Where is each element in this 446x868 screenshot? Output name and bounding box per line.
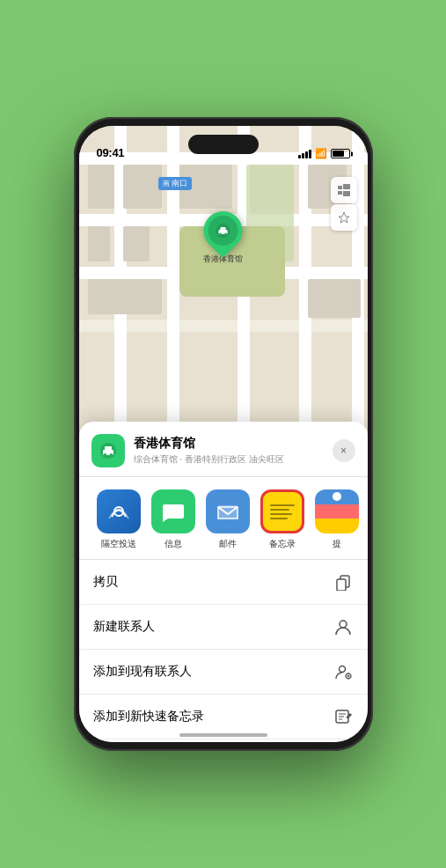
action-copy[interactable]: 拷贝	[79, 560, 368, 605]
close-button[interactable]: ×	[333, 439, 355, 462]
svg-rect-11	[105, 446, 112, 451]
wifi-icon: 📶	[315, 148, 327, 159]
share-item-more[interactable]: 提	[310, 489, 364, 550]
mail-icon	[206, 489, 250, 533]
svg-rect-0	[338, 186, 342, 189]
phone-frame: 09:41 📶	[74, 117, 373, 751]
svg-rect-2	[343, 184, 350, 189]
action-new-contact-label: 新建联系人	[93, 619, 155, 635]
new-contact-icon	[333, 616, 354, 637]
mail-label: 邮件	[219, 538, 237, 550]
share-item-airdrop[interactable]: 隔空投送	[91, 489, 146, 550]
status-time: 09:41	[97, 146, 125, 159]
notes-icon	[260, 489, 304, 533]
action-add-existing-label: 添加到现有联系人	[93, 664, 192, 680]
action-print[interactable]: 打印	[79, 739, 368, 742]
status-icons: 📶	[298, 148, 350, 159]
map-type-button[interactable]	[331, 177, 357, 203]
share-item-mail[interactable]: 邮件	[201, 489, 255, 550]
pin-circle	[195, 203, 250, 258]
svg-rect-6	[221, 227, 226, 231]
share-item-notes[interactable]: 备忘录	[255, 489, 310, 550]
sheet-header: 香港体育馆 综合体育馆 · 香港特别行政区 油尖旺区 ×	[79, 422, 368, 477]
location-button[interactable]	[331, 204, 357, 231]
venue-sub: 综合体育馆 · 香港特别行政区 油尖旺区	[134, 453, 333, 466]
copy-icon	[333, 571, 354, 592]
venue-icon	[91, 434, 125, 467]
signal-bars-icon	[298, 150, 311, 158]
more-apps-icon	[315, 489, 359, 533]
add-contact-icon	[333, 661, 354, 682]
pin-inner	[208, 216, 238, 246]
message-icon	[151, 489, 195, 533]
home-indicator	[179, 733, 267, 737]
svg-rect-1	[338, 191, 342, 195]
map-controls	[331, 177, 357, 231]
svg-rect-18	[337, 579, 346, 591]
svg-point-20	[339, 666, 345, 673]
share-item-message[interactable]: 信息	[146, 489, 201, 550]
battery-icon	[331, 149, 350, 158]
action-quick-note-label: 添加到新快速备忘录	[93, 709, 204, 725]
svg-point-19	[340, 621, 347, 628]
dynamic-island	[188, 135, 259, 154]
map-label: 南 南口	[158, 177, 192, 190]
svg-rect-3	[343, 191, 350, 196]
bottom-sheet: 香港体育馆 综合体育馆 · 香港特别行政区 油尖旺区 × 隔	[79, 422, 368, 742]
action-list: 拷贝 新建联系人	[79, 560, 368, 742]
notes-label: 备忘录	[269, 538, 296, 550]
quick-note-icon	[333, 706, 354, 727]
airdrop-label: 隔空投送	[101, 538, 136, 550]
venue-info: 香港体育馆 综合体育馆 · 香港特别行政区 油尖旺区	[134, 436, 333, 466]
airdrop-icon	[97, 489, 141, 533]
location-pin: 香港体育馆	[203, 211, 243, 265]
action-copy-label: 拷贝	[93, 574, 118, 590]
message-label: 信息	[165, 538, 182, 550]
venue-name: 香港体育馆	[134, 436, 333, 452]
more-label: 提	[333, 538, 341, 550]
action-add-existing-contact[interactable]: 添加到现有联系人	[79, 650, 368, 695]
phone-screen: 09:41 📶	[79, 126, 368, 742]
action-new-contact[interactable]: 新建联系人	[79, 605, 368, 650]
share-row: 隔空投送 信息	[79, 477, 368, 560]
svg-point-13	[109, 453, 113, 457]
svg-point-12	[103, 453, 106, 457]
